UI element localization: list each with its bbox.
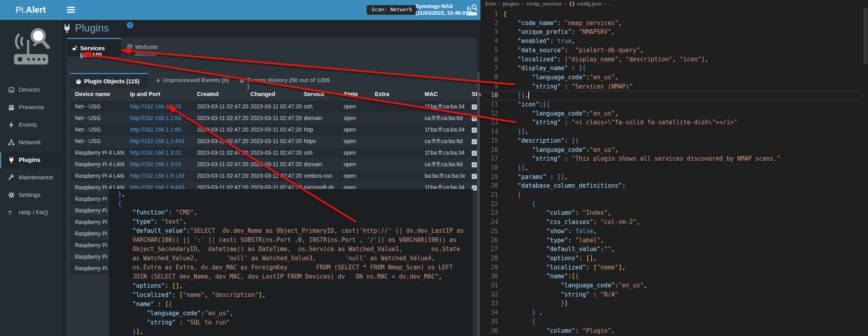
column-header-state[interactable]: State — [344, 91, 358, 97]
subtab-plugin-objects[interactable]: Plugin Objects (115) — [70, 73, 148, 88]
code-line[interactable]: 27 "default_value":"", — [480, 245, 868, 254]
table-scrollbar[interactable] — [477, 72, 480, 336]
breadcrumb-item[interactable]: ... — [609, 1, 613, 7]
code-line[interactable]: 8 "language_code":"en_us", — [480, 73, 868, 82]
code-line[interactable]: 31 "language_code":"en_us", — [480, 281, 868, 290]
subtab-events-history[interactable]: Events History (50 out of 1265 ) — [236, 73, 332, 88]
code-line[interactable]: 35 { — [480, 317, 868, 326]
status-checkbox[interactable]: ✓ — [472, 139, 477, 144]
sidebar-item-presence[interactable]: Presence — [0, 100, 61, 116]
code-line[interactable]: 21 [ — [480, 191, 868, 200]
code-line[interactable]: 14 }], — [480, 127, 868, 136]
status-checkbox[interactable]: ✓ — [472, 116, 477, 121]
breadcrumb-item[interactable]: plugins — [503, 1, 519, 7]
column-header-ip-port[interactable]: Ip and Port — [130, 91, 160, 97]
column-header-created[interactable]: Created — [197, 91, 218, 97]
code-line[interactable]: 17 "string" : "This plugin shows all ser… — [480, 154, 868, 163]
sidebar-item-maintenance[interactable]: Maintenance — [0, 170, 61, 186]
code-line[interactable]: 16 "language_code":"en_us", — [480, 145, 868, 155]
ip-port-link[interactable]: http://192.168.1.9:139 — [130, 173, 184, 179]
table-row-clipped[interactable]: Raspberry Pi 4 — [70, 216, 114, 228]
table-row-clipped[interactable]: Raspberry Pi 4 — [70, 205, 114, 216]
code-line[interactable]: 15 "description": [{ — [480, 136, 868, 145]
table-row-clipped[interactable]: Raspberry Pi 4 — [70, 193, 114, 205]
code-line[interactable]: 20 "database_column_definitions": — [480, 181, 868, 191]
column-header-service[interactable]: Service — [304, 91, 325, 97]
code-line[interactable]: 3 "unique_prefix": "NMAPSRV", — [480, 28, 868, 37]
status-checkbox[interactable]: ✓ — [472, 151, 477, 156]
status-checkbox[interactable]: ✓ — [472, 174, 477, 179]
column-header-extra[interactable]: Extra — [375, 91, 389, 97]
code-editor-pane[interactable]: front›plugins›nmap_services›{}config.jso… — [480, 0, 868, 336]
changed-cell: 2023-03-11 02:47:20 — [250, 103, 302, 110]
code-line[interactable]: 13 "string" : "<i class=\"fa-solid fa-sa… — [480, 118, 868, 127]
code-line[interactable]: 12 "language_code":"en_us", — [480, 109, 868, 118]
column-header-device[interactable]: Device name — [75, 91, 110, 97]
code-line[interactable]: 18 }], — [480, 163, 868, 173]
code-line[interactable]: 25 "show": false, — [480, 227, 868, 236]
help-badge[interactable]: ? — [127, 22, 133, 28]
code-line[interactable]: 19 "params" : [], — [480, 173, 868, 182]
code-line[interactable]: 22 { — [480, 200, 868, 209]
overlay-code-line: { — [118, 199, 122, 208]
sidebar-item-plugins[interactable]: Plugins — [0, 152, 61, 168]
ip-port-link[interactable]: http://192.168.1.9:53 — [130, 161, 181, 167]
ip-port-link[interactable]: http://192.168.1.1:22 — [130, 103, 181, 110]
app-brand[interactable]: Pi.Alert — [0, 0, 61, 20]
code-line[interactable]: 7 "display_name" : [{ — [480, 64, 868, 73]
table-row[interactable]: http://192.168.1.9:22Raspberry Pi 4 LAN2… — [70, 147, 477, 159]
table-row-clipped[interactable]: Raspberry Pi 4 — [70, 263, 114, 274]
code-line[interactable]: 30 "name":[{ — [480, 272, 868, 281]
ip-port-link[interactable]: http://192.168.1.1:53 — [130, 115, 181, 121]
tab-services-nmap[interactable]: Services (NMAP) — [67, 38, 121, 57]
table-row[interactable]: http://192.168.1.1:53Net - USG2023-03-11… — [70, 112, 477, 124]
code-line[interactable]: 32 "string" : "N/A" — [480, 290, 868, 299]
editor-scrollbar[interactable] — [863, 8, 868, 336]
table-row[interactable]: http://192.168.1.9:139Raspberry Pi 4 LAN… — [70, 170, 477, 182]
hamburger-menu-icon[interactable] — [67, 7, 75, 13]
breadcrumb-item[interactable]: config.json — [577, 1, 601, 7]
code-line[interactable]: 5 "data_source": "pialert-db-query", — [480, 46, 868, 55]
code-line[interactable]: 28 "options": [], — [480, 254, 868, 263]
sidebar-item-events[interactable]: Events — [0, 117, 61, 133]
overlay-code-line: }], — [118, 327, 143, 336]
ip-port-link[interactable]: http://192.168.1.9:22 — [130, 149, 181, 156]
table-row-clipped[interactable]: Raspberry Pi 4 — [70, 228, 114, 240]
code-line[interactable]: 6 "localized": ["display_name", "descrip… — [480, 55, 868, 64]
sidebar-item-settings[interactable]: Settings — [0, 187, 61, 203]
json-braces-icon: {} — [569, 1, 577, 7]
column-header-changed[interactable]: Changed — [250, 91, 275, 97]
subtab-unprocessed-events[interactable]: Unprocessed Events (0) — [152, 73, 232, 88]
code-line[interactable]: 34 } , — [480, 308, 868, 317]
breadcrumb-item[interactable]: front — [485, 1, 496, 7]
code-line[interactable]: 9 "string" : "Services (NMAP)" — [480, 82, 868, 91]
status-checkbox[interactable]: ✓ — [472, 162, 477, 167]
ip-port-link[interactable]: http://192.168.1.1:80 — [130, 126, 181, 133]
code-line[interactable]: 23 "column": "Index", — [480, 208, 868, 218]
sidebar-item-help[interactable]: ? Help / FAQ — [0, 205, 61, 221]
sidebar-item-network[interactable]: Network — [0, 135, 61, 151]
code-line[interactable]: 1{ — [480, 10, 868, 19]
code-line[interactable]: 24 "css_classes": "col-sm-2", — [480, 218, 868, 227]
sidebar-item-devices[interactable]: Devices — [0, 82, 61, 98]
status-checkbox[interactable]: ✓ — [472, 104, 477, 110]
ip-port-link[interactable]: http://192.168.1.1:443 — [130, 138, 184, 144]
table-row[interactable]: http://192.168.1.1:22Net - USG2023-03-11… — [70, 101, 477, 112]
code-line[interactable]: 26 "type": "label", — [480, 236, 868, 245]
table-row[interactable]: http://192.168.1.9:53Raspberry Pi 4 LAN2… — [70, 159, 477, 170]
code-line[interactable]: 10 }], — [480, 91, 868, 100]
table-row[interactable]: http://192.168.1.1:80Net - USG2023-03-11… — [70, 124, 477, 136]
code-line[interactable]: 36 "column": "Plugin", — [480, 326, 868, 336]
column-header-mac[interactable]: MAC — [425, 91, 438, 97]
code-line[interactable]: 4 "enabled": true, — [480, 37, 868, 46]
code-line[interactable]: 11 "icon":[{ — [480, 100, 868, 109]
status-checkbox[interactable]: ✓ — [472, 128, 477, 133]
tab-website-monitor[interactable]: Website monitor — [127, 38, 179, 57]
table-row-clipped[interactable]: Raspberry Pi 4 — [70, 240, 114, 251]
table-row[interactable]: http://192.168.1.1:443Net - USG2023-03-1… — [70, 136, 477, 147]
breadcrumb-item[interactable]: nmap_services — [527, 1, 561, 7]
code-line[interactable]: 33 }] — [480, 299, 868, 308]
code-line[interactable]: 29 "localized": ["name"], — [480, 263, 868, 272]
code-line[interactable]: 2 "code_name": "nmap_services", — [480, 19, 868, 28]
table-row-clipped[interactable]: Raspberry Pi 4 — [70, 251, 114, 263]
